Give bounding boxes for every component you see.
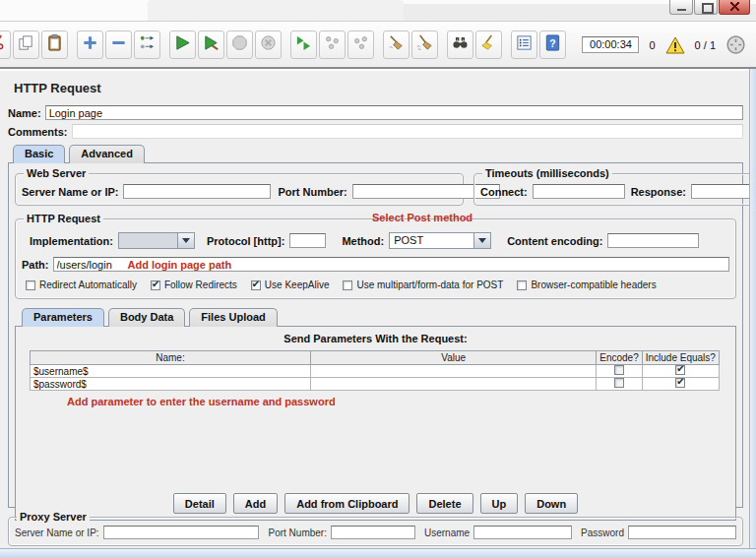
follow-redirects-checkbox[interactable]: Follow Redirects <box>151 279 237 290</box>
include-equals-cell[interactable] <box>642 365 719 378</box>
port-number-label: Port Number: <box>278 186 346 198</box>
close-button[interactable] <box>719 0 750 15</box>
param-name-cell[interactable]: $password$ <box>31 378 311 391</box>
search-reset-button[interactable] <box>475 31 502 59</box>
toggle-button[interactable] <box>134 31 160 59</box>
column-header-include-equals[interactable]: Include Equals? <box>642 351 719 365</box>
send-parameters-title: Send Parameters With the Request: <box>24 333 727 344</box>
add-from-clipboard-button[interactable]: Add from Clipboard <box>284 493 410 514</box>
checkbox-icon[interactable] <box>614 365 624 375</box>
table-header-row: Name: Value Encode? Include Equals? <box>31 351 720 365</box>
implementation-value <box>119 233 177 248</box>
table-row[interactable]: $password$ <box>31 378 720 391</box>
tab-files-upload[interactable]: Files Upload <box>189 308 277 327</box>
page-title: HTTP Request <box>14 81 743 95</box>
column-header-encode[interactable]: Encode? <box>597 351 642 365</box>
warning-triangle-icon[interactable] <box>665 36 685 54</box>
proxy-username-input[interactable] <box>473 526 572 539</box>
remote-start-all-button[interactable] <box>290 31 317 59</box>
copy-button[interactable] <box>13 31 39 59</box>
tab-advanced[interactable]: Advanced <box>69 145 145 163</box>
use-keepalive-checkbox[interactable]: Use KeepAlive <box>251 279 330 290</box>
name-row: Name: <box>8 105 743 120</box>
checkbox-icon[interactable] <box>343 280 352 290</box>
column-header-value[interactable]: Value <box>310 351 597 365</box>
toolbar: ? 00:00:34 0 0 / 1 <box>0 23 756 69</box>
cut-button[interactable] <box>0 31 11 59</box>
param-name-cell[interactable]: $username$ <box>31 365 311 378</box>
expand-all-button[interactable] <box>77 31 103 59</box>
chevron-down-icon[interactable] <box>473 233 490 248</box>
tab-basic[interactable]: Basic <box>13 145 65 163</box>
clear-all-icon <box>415 33 434 56</box>
name-label: Name: <box>8 107 41 119</box>
help-button[interactable]: ? <box>539 31 566 59</box>
connect-input[interactable] <box>533 184 625 199</box>
clear-button[interactable] <box>383 31 410 59</box>
tab-parameters[interactable]: Parameters <box>22 308 104 327</box>
comments-label: Comments: <box>8 126 68 138</box>
remote-shutdown-all-button[interactable] <box>347 31 374 59</box>
column-header-name[interactable]: Name: <box>31 351 311 365</box>
table-row[interactable]: $username$ <box>31 365 720 378</box>
protocol-input[interactable] <box>289 233 326 248</box>
include-equals-cell[interactable] <box>642 378 719 391</box>
encode-cell[interactable] <box>597 378 642 391</box>
response-input[interactable] <box>691 184 756 199</box>
window-controls <box>669 0 750 15</box>
up-button[interactable]: Up <box>480 493 519 514</box>
tab-body-data[interactable]: Body Data <box>108 308 185 327</box>
checkbox-icon[interactable] <box>517 280 527 290</box>
chevron-down-icon[interactable] <box>177 233 194 248</box>
checkbox-icon[interactable] <box>675 378 685 388</box>
multipart-post-checkbox[interactable]: Use multipart/form-data for POST <box>343 279 503 290</box>
implementation-combo[interactable] <box>118 232 195 249</box>
checkbox-icon[interactable] <box>251 280 261 290</box>
content-encoding-input[interactable] <box>607 233 699 248</box>
remote-start-all-icon <box>294 33 313 56</box>
method-combo[interactable]: POST <box>389 232 491 249</box>
function-helper-icon <box>515 33 534 56</box>
paste-button[interactable] <box>41 31 68 59</box>
warning-count[interactable]: 0 <box>649 39 655 51</box>
remote-stop-all-button[interactable] <box>319 31 346 59</box>
cut-icon <box>0 33 7 56</box>
proxy-server-name-input[interactable] <box>103 526 260 539</box>
checkbox-icon[interactable] <box>614 378 624 388</box>
collapse-all-button[interactable] <box>105 31 132 59</box>
redirect-automatically-checkbox[interactable]: Redirect Automatically <box>26 279 137 290</box>
timeouts-group: Timeouts (milliseconds) Connect: Respons… <box>473 173 756 206</box>
checkbox-icon[interactable] <box>675 365 685 375</box>
down-button[interactable]: Down <box>525 493 578 514</box>
browser-compatible-headers-checkbox[interactable]: Browser-compatible headers <box>517 279 656 290</box>
protocol-label: Protocol [http]: <box>207 235 284 247</box>
maximize-button[interactable] <box>694 0 718 15</box>
server-name-input[interactable] <box>123 184 271 199</box>
encode-cell[interactable] <box>597 365 642 378</box>
param-value-cell[interactable] <box>310 378 597 391</box>
checkbox-label: Use KeepAlive <box>265 279 330 290</box>
parameter-buttons-row: Detail Add Add from Clipboard Delete Up … <box>16 493 735 514</box>
main-tabs: Basic Advanced <box>8 145 743 163</box>
checkbox-icon[interactable] <box>26 280 35 290</box>
delete-button[interactable]: Delete <box>416 493 472 514</box>
timeouts-title: Timeouts (milliseconds) <box>482 167 612 179</box>
search-button[interactable] <box>447 31 473 59</box>
param-value-cell[interactable] <box>310 365 597 378</box>
start-no-pauses-button[interactable] <box>198 31 224 59</box>
clear-all-button[interactable] <box>411 31 438 59</box>
shutdown-button[interactable] <box>255 31 282 59</box>
proxy-port-input[interactable] <box>331 526 415 539</box>
detail-button[interactable]: Detail <box>173 493 226 514</box>
minimize-button[interactable] <box>669 0 693 15</box>
stop-button[interactable] <box>226 31 253 59</box>
proxy-password-input[interactable] <box>628 526 736 539</box>
name-input[interactable] <box>45 105 743 120</box>
clear-icon <box>387 33 406 56</box>
start-button[interactable] <box>169 31 196 59</box>
function-helper-button[interactable] <box>511 31 537 59</box>
comments-input[interactable] <box>72 124 743 139</box>
search-reset-icon <box>479 33 498 56</box>
add-button[interactable]: Add <box>233 493 278 514</box>
checkbox-icon[interactable] <box>151 280 160 290</box>
